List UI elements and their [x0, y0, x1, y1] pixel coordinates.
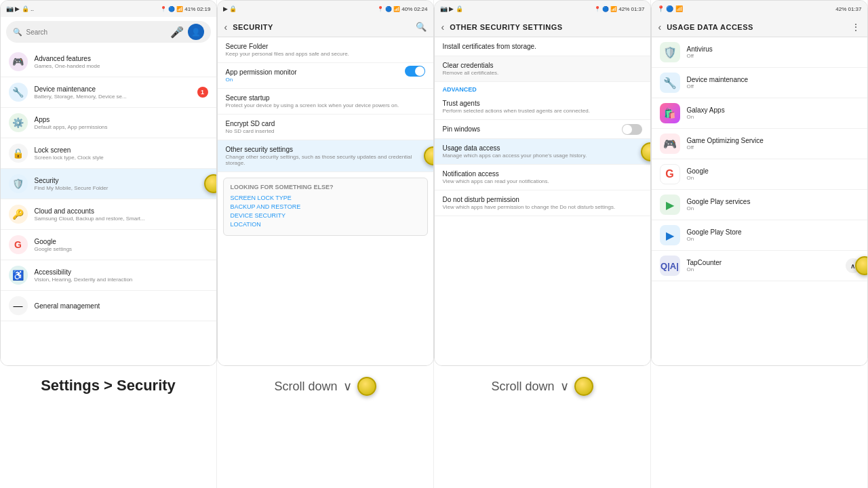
device-title: Device maintenance [35, 85, 208, 93]
looking-box: LOOKING FOR SOMETHING ELSE? SCREEN LOCK … [223, 178, 428, 236]
pin-windows-item[interactable]: Pin windows [435, 120, 650, 139]
dnd-permission-item[interactable]: Do not disturb permission View which app… [435, 190, 650, 216]
app-permission-toggle[interactable] [405, 66, 425, 77]
app-item-store[interactable]: ▶ Google Play Store On [652, 220, 867, 251]
link-screen-lock[interactable]: SCREEN LOCK TYPE [231, 195, 420, 201]
link-backup[interactable]: BACKUP AND RESTORE [231, 203, 420, 210]
mic-icon: 🎤 [170, 26, 184, 39]
secure-folder-item[interactable]: Secure Folder Keep your personal files a… [218, 37, 433, 63]
general-title: General management [35, 302, 208, 310]
nav-bar-security: ‹ SECURITY 🔍 [218, 17, 433, 37]
apps-icon: ⚙️ [9, 113, 28, 132]
clear-credentials-item[interactable]: Clear credentials Remove all certificate… [435, 56, 650, 82]
phone-security: ▶ 🔒 📍 🔵 📶 40% 02:24 ‹ SECURITY 🔍 Secure … [217, 0, 434, 366]
cloud-sub: Samsung Cloud, Backup and restore, Smart… [35, 216, 208, 222]
usage-data-list: 🛡️ Antivirus Off 🔧 Device maintenance Of… [652, 37, 867, 365]
store-status: On [687, 236, 859, 242]
secure-startup-item[interactable]: Secure startup Protect your device by us… [218, 89, 433, 115]
app-item-antivirus[interactable]: 🛡️ Antivirus Off [652, 37, 867, 68]
phone-other-security: 📷 ▶ 🔒 📍 🔵 📶 42% 01:37 ‹ OTHER SECURITY S… [434, 0, 651, 366]
settings-item-cloud[interactable]: 🔑 Cloud and accounts Samsung Cloud, Back… [1, 199, 216, 230]
antivirus-name: Antivirus [687, 45, 859, 53]
link-device-security[interactable]: DEVICE SECURITY [231, 212, 420, 219]
advanced-icon: 🎮 [9, 52, 28, 71]
scroll-hint-2: Scroll down ∨ [491, 377, 593, 396]
app-item-google-app[interactable]: G Google On [652, 159, 867, 190]
notification-access-item[interactable]: Notification access View which apps can … [435, 165, 650, 190]
settings-item-accessibility[interactable]: ♿ Accessibility Vision, Hearing, Dexteri… [1, 260, 216, 291]
store-icon: ▶ [660, 225, 680, 245]
google-app-name: Google [687, 167, 859, 175]
scroll-label-1: Scroll down [274, 380, 337, 394]
game-status: Off [687, 144, 859, 150]
gps-name: Google Play services [687, 198, 859, 205]
avatar: 👤 [188, 24, 204, 40]
settings-item-google[interactable]: G Google Google settings [1, 230, 216, 260]
store-name: Google Play Store [687, 228, 859, 236]
app-item-galaxy[interactable]: 🛍️ Galaxy Apps On [652, 98, 867, 129]
search-input[interactable] [26, 28, 166, 36]
nav-title-oss: OTHER SECURITY SETTINGS [450, 23, 643, 31]
app-item-gps[interactable]: ▶ Google Play services On [652, 190, 867, 220]
search-icon: 🔍 [13, 28, 22, 37]
game-name: Game Optimizing Service [687, 137, 859, 144]
advanced-header: ADVANCED [435, 82, 650, 94]
settings-item-apps[interactable]: ⚙️ Apps Default apps, App permissions [1, 108, 216, 138]
trust-agents-item[interactable]: Trust agents Perform selected actions wh… [435, 94, 650, 120]
lock-icon: 🔒 [9, 144, 28, 163]
col-settings: 📷 ▶ 🔒 .. 📍 🔵 📶 41% 02:19 🔍 🎤 👤 🎮 Advance… [0, 0, 217, 488]
settings-item-general[interactable]: — General management [1, 291, 216, 321]
cursor-dot-2 [424, 146, 433, 165]
back-button-oss[interactable]: ‹ [441, 22, 445, 33]
col-usage-data: 📍 🔵 📶 42% 01:37 ‹ USAGE DATA ACCESS ⋮ 🛡️… [651, 0, 868, 488]
app-item-game[interactable]: 🎮 Game Optimizing Service Off [652, 129, 867, 159]
maintenance-app-icon: 🔧 [660, 73, 680, 93]
security-content: Secure Folder Keep your personal files a… [218, 37, 433, 365]
looking-title: LOOKING FOR SOMETHING ELSE? [231, 184, 420, 190]
status-icons-1: 📷 ▶ 🔒 .. [6, 5, 35, 12]
status-right-1: 📍 🔵 📶 41% 02:19 [160, 6, 211, 12]
settings-item-lock[interactable]: 🔒 Lock screen Screen lock type, Clock st… [1, 138, 216, 169]
cursor-dot-3 [641, 142, 650, 161]
device-sub: Battery, Storage, Memory, Device se... [35, 94, 208, 100]
settings-item-security[interactable]: 🛡️ Security Find My Mobile, Secure Folde… [1, 169, 216, 199]
maintenance-name: Device maintenance [687, 76, 859, 83]
settings-item-device[interactable]: 🔧 Device maintenance Battery, Storage, M… [1, 77, 216, 108]
more-icon[interactable]: ⋮ [851, 22, 861, 33]
settings-item-advanced[interactable]: 🎮 Advanced features Games, One-handed mo… [1, 47, 216, 77]
app-item-tapcounter[interactable]: Q|A| TapCounter On ∧ [652, 251, 867, 281]
lock-title: Lock screen [35, 146, 208, 154]
app-permission-item[interactable]: App permission monitor On [218, 63, 433, 89]
nav-title-security: SECURITY [233, 23, 410, 31]
app-item-maintenance[interactable]: 🔧 Device maintenance Off [652, 68, 867, 98]
usage-data-item[interactable]: Usage data access Manage which apps can … [435, 139, 650, 165]
back-button-security[interactable]: ‹ [224, 22, 228, 33]
tapcounter-name: TapCounter [687, 259, 859, 266]
status-left-1: 📷 ▶ 🔒 .. [6, 5, 35, 12]
other-security-item[interactable]: Other security settings Change other sec… [218, 140, 433, 172]
search-bar[interactable]: 🔍 🎤 👤 [6, 21, 211, 43]
gps-status: On [687, 205, 859, 211]
bottom-label-1: Settings > Security [41, 377, 176, 394]
nav-bar-usage: ‹ USAGE DATA ACCESS ⋮ [652, 17, 867, 37]
scroll-arrow-2: ∨ [560, 379, 569, 394]
link-location[interactable]: LOCATION [231, 221, 420, 228]
oss-content: Install certificates from storage. Clear… [435, 37, 650, 365]
install-cert-item[interactable]: Install certificates from storage. [435, 37, 650, 56]
back-button-usage[interactable]: ‹ [658, 22, 662, 33]
scroll-hint-1: Scroll down ∨ [274, 377, 376, 396]
pin-toggle[interactable] [622, 124, 642, 135]
maintenance-status: Off [687, 83, 859, 89]
google-sub: Google settings [35, 246, 208, 252]
device-icon: 🔧 [9, 83, 28, 102]
security-title: Security [35, 177, 208, 184]
status-bar-2: ▶ 🔒 📍 🔵 📶 40% 02:24 [218, 1, 433, 17]
cursor-dot-hint-1 [357, 377, 376, 396]
encrypt-sd-item[interactable]: Encrypt SD card No SD card inserted [218, 115, 433, 140]
status-bar-4: 📍 🔵 📶 42% 01:37 [652, 1, 867, 17]
status-bar-1: 📷 ▶ 🔒 .. 📍 🔵 📶 41% 02:19 [1, 1, 216, 17]
advanced-title: Advanced features [35, 55, 208, 62]
col-security: ▶ 🔒 📍 🔵 📶 40% 02:24 ‹ SECURITY 🔍 Secure … [217, 0, 434, 488]
settings-list: 🎮 Advanced features Games, One-handed mo… [1, 47, 216, 365]
search-icon-security[interactable]: 🔍 [416, 22, 427, 32]
